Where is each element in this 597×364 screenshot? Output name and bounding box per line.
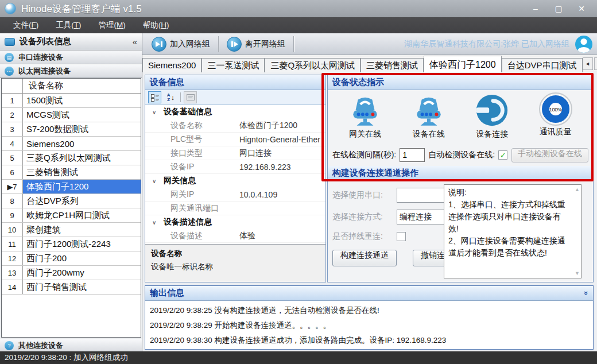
menu-item[interactable]: 帮助(H) [134, 17, 178, 33]
app-window: Hinode设备管理客户端 v1.5 – ▢ ✕ 文件(F)工具(T)管理(M)… [0, 0, 597, 364]
device-name: 西门子1200测试-2243 [23, 237, 141, 251]
sidebar-section-ethernet-devices[interactable]: ⋯ 以太网连接设备 [0, 64, 142, 78]
leave-network-button[interactable]: 离开网络组 [222, 35, 290, 53]
property-row[interactable]: PLC型号Hignton-General-Ether [145, 133, 325, 146]
property-value[interactable]: 10.0.4.109 [239, 190, 325, 199]
device-tab[interactable]: 三菱Q系列以太网测试 [265, 58, 360, 72]
device-row[interactable]: 11500测试 [2, 94, 141, 108]
device-tab[interactable]: 体验西门子1200 [424, 56, 502, 72]
device-name: 1500测试 [23, 94, 141, 107]
manual-detect-button[interactable]: 手动检测设备在线 [511, 148, 588, 162]
sidebar-section-other-devices[interactable]: ? 其他连接设备 [0, 339, 142, 353]
property-value[interactable]: 192.168.9.223 [239, 162, 325, 172]
title-bar: Hinode设备管理客户端 v1.5 – ▢ ✕ [0, 0, 597, 17]
property-category-row[interactable]: ∨设备基础信息 [145, 105, 325, 119]
device-row[interactable]: 12西门子200 [2, 251, 141, 266]
property-row[interactable]: 网关通讯端口 [145, 202, 325, 215]
build-channel-button[interactable]: 构建连接通道 [332, 250, 397, 266]
device-row[interactable]: ▶7体验西门子1200 [2, 180, 141, 194]
property-row[interactable]: 设备名称体验西门子1200 [145, 119, 325, 133]
menu-item[interactable]: 文件(F) [5, 17, 47, 33]
auto-detect-checkbox[interactable]: ✓ [498, 150, 507, 160]
categorized-icon [151, 94, 159, 102]
row-number: 9 [2, 208, 23, 222]
collapse-output-icon[interactable]: » [582, 291, 591, 295]
collapse-category-icon[interactable]: ∨ [145, 178, 164, 184]
device-name: 三菱Q系列以太网测试 [23, 151, 141, 165]
device-connect-icon [474, 92, 510, 128]
join-network-button[interactable]: 加入网络组 [147, 35, 215, 53]
scroll-down-icon[interactable]: ▼ [575, 270, 580, 276]
menu-item[interactable]: 管理(M) [90, 17, 134, 33]
sidebar-title: 设备列表信息 [20, 36, 71, 47]
device-name: 西门子销售测试 [23, 280, 141, 294]
device-tab[interactable]: 三菱销售测试 [360, 58, 424, 72]
device-connect-indicator: 设备连接 [460, 92, 524, 140]
minimize-button[interactable]: – [528, 4, 543, 13]
device-row[interactable]: 14西门子销售测试 [2, 280, 141, 295]
property-value[interactable]: 网口连接 [239, 148, 325, 158]
property-value[interactable]: Hignton-General-Ether [239, 135, 325, 144]
app-logo-icon [5, 3, 16, 14]
device-row[interactable]: 6三菱销售测试 [2, 165, 141, 180]
maximize-button[interactable]: ▢ [551, 4, 566, 13]
interval-input[interactable] [400, 148, 425, 162]
property-description-title: 设备名称 [151, 249, 320, 259]
device-row[interactable]: 10聚创建筑 [2, 223, 141, 237]
status-bar: 2019/2/20 9:38:20 : 加入网络组成功 [0, 351, 597, 364]
row-number: 11 [2, 237, 23, 251]
device-row[interactable]: 5三菱Q系列以太网测试 [2, 151, 141, 165]
device-row[interactable]: 11西门子1200测试-2243 [2, 237, 141, 251]
device-row[interactable]: 13西门子200wmy [2, 266, 141, 280]
row-number: 2 [2, 108, 23, 122]
network-toolbar: 加入网络组 离开网络组 湖南华辰智通科技有限公司:张烨 已加入网络组 [142, 33, 597, 55]
property-category-row[interactable]: ∨网关信息 [145, 174, 325, 188]
device-row[interactable]: 2MCGS测试 [2, 108, 141, 122]
join-network-label: 加入网络组 [170, 39, 210, 49]
device-row[interactable]: 8台达DVP系列 [2, 194, 141, 208]
collapse-sidebar-button[interactable]: « [133, 37, 137, 47]
scroll-up-icon[interactable]: ▲ [575, 187, 580, 192]
categorized-view-button[interactable] [148, 91, 161, 103]
device-name-header: 设备名称 [23, 80, 141, 91]
reconnect-checkbox[interactable] [397, 232, 406, 241]
output-log: 2019/2/20 9:38:25 没有构建连接通道，无法自动检测设备是否在线!… [145, 301, 593, 350]
section-label: 以太网连接设备 [18, 66, 71, 76]
section-label: 其他连接设备 [18, 340, 63, 351]
tab-scroll-right-button[interactable]: ► [594, 57, 597, 70]
serial-device-icon: ▤ [5, 53, 14, 62]
serial-select-label: 选择使用串口: [332, 190, 397, 200]
comm-quality-indicator: 100% 通讯质量 [524, 92, 587, 137]
collapse-category-icon[interactable]: ∨ [145, 109, 164, 115]
device-tab[interactable]: 三一泵送测试 [201, 58, 265, 72]
instruction-line: 说明: [448, 187, 569, 199]
close-button[interactable]: ✕ [574, 4, 589, 13]
alphabetical-sort-button[interactable]: AZ↓ [164, 91, 177, 103]
property-row[interactable]: 网关IP10.0.4.109 [145, 188, 325, 202]
device-tab[interactable]: Siemens200 [142, 58, 201, 72]
property-category-row[interactable]: ∨设备描述信息 [145, 215, 325, 229]
device-row[interactable]: 3S7-200数据测试 [2, 122, 141, 137]
category-label: 设备基础信息 [164, 107, 212, 117]
property-row[interactable]: 接口类型网口连接 [145, 146, 325, 160]
instruction-line: 2、网口连接设备需要构建连接通道后才能看到是否在线状态! [448, 235, 569, 259]
device-row[interactable]: 4Siemens200 [2, 137, 141, 151]
reconnect-row: 是否掉线重连: [332, 231, 406, 242]
property-value[interactable]: 体验 [239, 231, 325, 241]
property-value[interactable]: 体验西门子1200 [239, 121, 325, 131]
user-avatar[interactable] [575, 36, 592, 53]
menu-item[interactable]: 工具(T) [47, 17, 90, 33]
property-row[interactable]: 设备IP192.168.9.223 [145, 160, 325, 174]
device-name: Siemens200 [23, 137, 141, 150]
tab-scroll-left-button[interactable]: ◄ [583, 57, 593, 70]
device-row[interactable]: 9欧姆龙CP1H网口测试 [2, 208, 141, 223]
join-network-icon [152, 37, 166, 52]
property-pages-button[interactable] [184, 91, 197, 103]
window-title: Hinode设备管理客户端 v1.5 [21, 2, 142, 16]
property-description-box: 设备名称 设备唯一标识名称 [145, 244, 325, 282]
property-row[interactable]: 设备描述体验 [145, 229, 325, 243]
sidebar-section-serial-devices[interactable]: ▤ 串口连接设备 [0, 51, 142, 64]
row-number: 3 [2, 122, 23, 136]
collapse-category-icon[interactable]: ∨ [145, 219, 164, 226]
device-tab[interactable]: 台达DVP串口测试 [502, 58, 583, 72]
